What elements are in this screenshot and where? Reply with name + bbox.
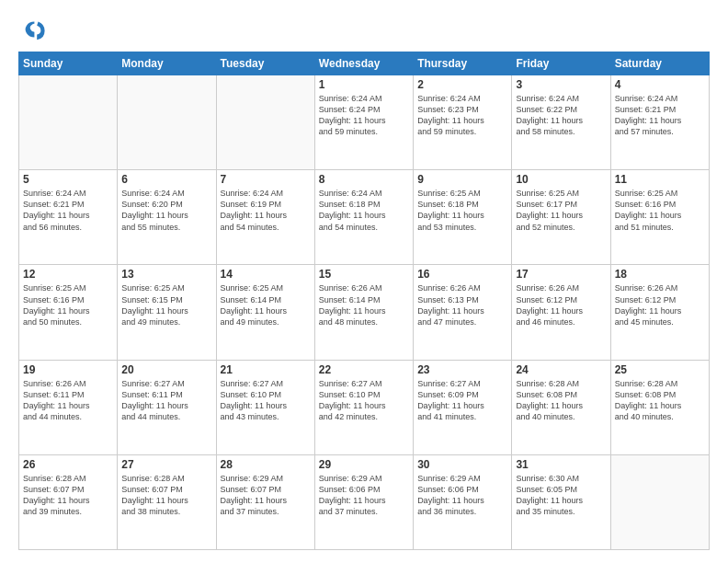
- calendar-cell: 30Sunrise: 6:29 AM Sunset: 6:06 PM Dayli…: [414, 454, 512, 549]
- weekday-header-thursday: Thursday: [414, 52, 512, 75]
- calendar-cell: 7Sunrise: 6:24 AM Sunset: 6:19 PM Daylig…: [216, 170, 314, 265]
- day-info: Sunrise: 6:28 AM Sunset: 6:08 PM Dayligh…: [615, 378, 705, 423]
- day-number: 31: [516, 458, 606, 471]
- calendar-week-4: 26Sunrise: 6:28 AM Sunset: 6:07 PM Dayli…: [19, 454, 710, 549]
- day-info: Sunrise: 6:24 AM Sunset: 6:20 PM Dayligh…: [121, 188, 211, 233]
- day-info: Sunrise: 6:28 AM Sunset: 6:07 PM Dayligh…: [121, 473, 211, 518]
- weekday-header-sunday: Sunday: [19, 52, 118, 75]
- calendar-cell: 17Sunrise: 6:26 AM Sunset: 6:12 PM Dayli…: [512, 265, 610, 360]
- day-number: 12: [23, 268, 113, 281]
- calendar-cell: 25Sunrise: 6:28 AM Sunset: 6:08 PM Dayli…: [610, 360, 709, 454]
- calendar-cell: 19Sunrise: 6:26 AM Sunset: 6:11 PM Dayli…: [19, 360, 118, 454]
- calendar-cell: 9Sunrise: 6:25 AM Sunset: 6:18 PM Daylig…: [414, 170, 512, 265]
- day-number: 26: [23, 458, 113, 471]
- page: SundayMondayTuesdayWednesdayThursdayFrid…: [0, 0, 728, 563]
- day-info: Sunrise: 6:26 AM Sunset: 6:12 PM Dayligh…: [516, 282, 606, 327]
- calendar-cell: 24Sunrise: 6:28 AM Sunset: 6:08 PM Dayli…: [512, 360, 610, 454]
- calendar-cell: 21Sunrise: 6:27 AM Sunset: 6:10 PM Dayli…: [216, 360, 314, 454]
- calendar-cell: [216, 75, 314, 170]
- calendar-week-2: 12Sunrise: 6:25 AM Sunset: 6:16 PM Dayli…: [19, 265, 710, 360]
- day-number: 6: [121, 173, 211, 186]
- day-number: 10: [516, 173, 606, 186]
- day-info: Sunrise: 6:24 AM Sunset: 6:19 PM Dayligh…: [221, 188, 311, 233]
- day-info: Sunrise: 6:26 AM Sunset: 6:11 PM Dayligh…: [23, 378, 113, 423]
- calendar-cell: 29Sunrise: 6:29 AM Sunset: 6:06 PM Dayli…: [314, 454, 413, 549]
- weekday-header-row: SundayMondayTuesdayWednesdayThursdayFrid…: [19, 52, 710, 75]
- day-info: Sunrise: 6:26 AM Sunset: 6:13 PM Dayligh…: [417, 282, 507, 327]
- calendar-cell: 28Sunrise: 6:29 AM Sunset: 6:07 PM Dayli…: [216, 454, 314, 549]
- day-number: 7: [221, 173, 311, 186]
- day-number: 29: [319, 458, 409, 471]
- day-number: 28: [221, 458, 311, 471]
- day-number: 9: [417, 173, 507, 186]
- day-number: 18: [615, 268, 705, 281]
- day-number: 4: [615, 78, 705, 91]
- day-info: Sunrise: 6:24 AM Sunset: 6:23 PM Dayligh…: [417, 93, 507, 138]
- calendar-week-3: 19Sunrise: 6:26 AM Sunset: 6:11 PM Dayli…: [19, 360, 710, 454]
- logo: [18, 17, 48, 42]
- calendar-week-0: 1Sunrise: 6:24 AM Sunset: 6:24 PM Daylig…: [19, 75, 710, 170]
- calendar-cell: [118, 75, 216, 170]
- calendar-cell: 18Sunrise: 6:26 AM Sunset: 6:12 PM Dayli…: [610, 265, 709, 360]
- weekday-header-friday: Friday: [512, 52, 610, 75]
- day-info: Sunrise: 6:25 AM Sunset: 6:16 PM Dayligh…: [615, 188, 705, 233]
- calendar-cell: 15Sunrise: 6:26 AM Sunset: 6:14 PM Dayli…: [314, 265, 413, 360]
- day-number: 16: [417, 268, 507, 281]
- calendar-cell: 26Sunrise: 6:28 AM Sunset: 6:07 PM Dayli…: [19, 454, 118, 549]
- day-info: Sunrise: 6:24 AM Sunset: 6:24 PM Dayligh…: [319, 93, 409, 138]
- day-number: 8: [319, 173, 409, 186]
- calendar-cell: 31Sunrise: 6:30 AM Sunset: 6:05 PM Dayli…: [512, 454, 610, 549]
- calendar-cell: 4Sunrise: 6:24 AM Sunset: 6:21 PM Daylig…: [610, 75, 709, 170]
- day-info: Sunrise: 6:25 AM Sunset: 6:15 PM Dayligh…: [121, 282, 211, 327]
- day-info: Sunrise: 6:27 AM Sunset: 6:10 PM Dayligh…: [221, 378, 311, 423]
- day-number: 3: [516, 78, 606, 91]
- day-number: 25: [615, 363, 705, 376]
- day-info: Sunrise: 6:29 AM Sunset: 6:06 PM Dayligh…: [417, 473, 507, 518]
- day-info: Sunrise: 6:28 AM Sunset: 6:08 PM Dayligh…: [516, 378, 606, 423]
- day-number: 2: [417, 78, 507, 91]
- day-info: Sunrise: 6:25 AM Sunset: 6:18 PM Dayligh…: [417, 188, 507, 233]
- day-info: Sunrise: 6:28 AM Sunset: 6:07 PM Dayligh…: [23, 473, 113, 518]
- day-number: 5: [23, 173, 113, 186]
- calendar-cell: 6Sunrise: 6:24 AM Sunset: 6:20 PM Daylig…: [118, 170, 216, 265]
- day-info: Sunrise: 6:24 AM Sunset: 6:21 PM Dayligh…: [615, 93, 705, 138]
- logo-icon: [20, 17, 46, 42]
- calendar-table: SundayMondayTuesdayWednesdayThursdayFrid…: [18, 52, 710, 550]
- day-info: Sunrise: 6:25 AM Sunset: 6:17 PM Dayligh…: [516, 188, 606, 233]
- day-number: 13: [121, 268, 211, 281]
- day-info: Sunrise: 6:25 AM Sunset: 6:14 PM Dayligh…: [221, 282, 311, 327]
- day-info: Sunrise: 6:30 AM Sunset: 6:05 PM Dayligh…: [516, 473, 606, 518]
- calendar-cell: 20Sunrise: 6:27 AM Sunset: 6:11 PM Dayli…: [118, 360, 216, 454]
- calendar-cell: 23Sunrise: 6:27 AM Sunset: 6:09 PM Dayli…: [414, 360, 512, 454]
- weekday-header-saturday: Saturday: [610, 52, 709, 75]
- day-number: 20: [121, 363, 211, 376]
- calendar-cell: 2Sunrise: 6:24 AM Sunset: 6:23 PM Daylig…: [414, 75, 512, 170]
- day-info: Sunrise: 6:27 AM Sunset: 6:09 PM Dayligh…: [417, 378, 507, 423]
- day-info: Sunrise: 6:27 AM Sunset: 6:11 PM Dayligh…: [121, 378, 211, 423]
- calendar-cell: 1Sunrise: 6:24 AM Sunset: 6:24 PM Daylig…: [314, 75, 413, 170]
- calendar-cell: 16Sunrise: 6:26 AM Sunset: 6:13 PM Dayli…: [414, 265, 512, 360]
- day-number: 30: [417, 458, 507, 471]
- calendar-cell: 5Sunrise: 6:24 AM Sunset: 6:21 PM Daylig…: [19, 170, 118, 265]
- calendar-cell: 8Sunrise: 6:24 AM Sunset: 6:18 PM Daylig…: [314, 170, 413, 265]
- day-number: 1: [319, 78, 409, 91]
- calendar-cell: [19, 75, 118, 170]
- weekday-header-wednesday: Wednesday: [314, 52, 413, 75]
- day-info: Sunrise: 6:24 AM Sunset: 6:18 PM Dayligh…: [319, 188, 409, 233]
- day-number: 27: [121, 458, 211, 471]
- calendar-cell: 3Sunrise: 6:24 AM Sunset: 6:22 PM Daylig…: [512, 75, 610, 170]
- day-number: 23: [417, 363, 507, 376]
- day-info: Sunrise: 6:26 AM Sunset: 6:14 PM Dayligh…: [319, 282, 409, 327]
- day-number: 15: [319, 268, 409, 281]
- day-info: Sunrise: 6:24 AM Sunset: 6:22 PM Dayligh…: [516, 93, 606, 138]
- day-number: 21: [221, 363, 311, 376]
- calendar-week-1: 5Sunrise: 6:24 AM Sunset: 6:21 PM Daylig…: [19, 170, 710, 265]
- calendar-cell: 27Sunrise: 6:28 AM Sunset: 6:07 PM Dayli…: [118, 454, 216, 549]
- day-info: Sunrise: 6:26 AM Sunset: 6:12 PM Dayligh…: [615, 282, 705, 327]
- weekday-header-tuesday: Tuesday: [216, 52, 314, 75]
- day-info: Sunrise: 6:29 AM Sunset: 6:07 PM Dayligh…: [221, 473, 311, 518]
- day-number: 17: [516, 268, 606, 281]
- calendar-cell: 12Sunrise: 6:25 AM Sunset: 6:16 PM Dayli…: [19, 265, 118, 360]
- day-number: 11: [615, 173, 705, 186]
- day-number: 22: [319, 363, 409, 376]
